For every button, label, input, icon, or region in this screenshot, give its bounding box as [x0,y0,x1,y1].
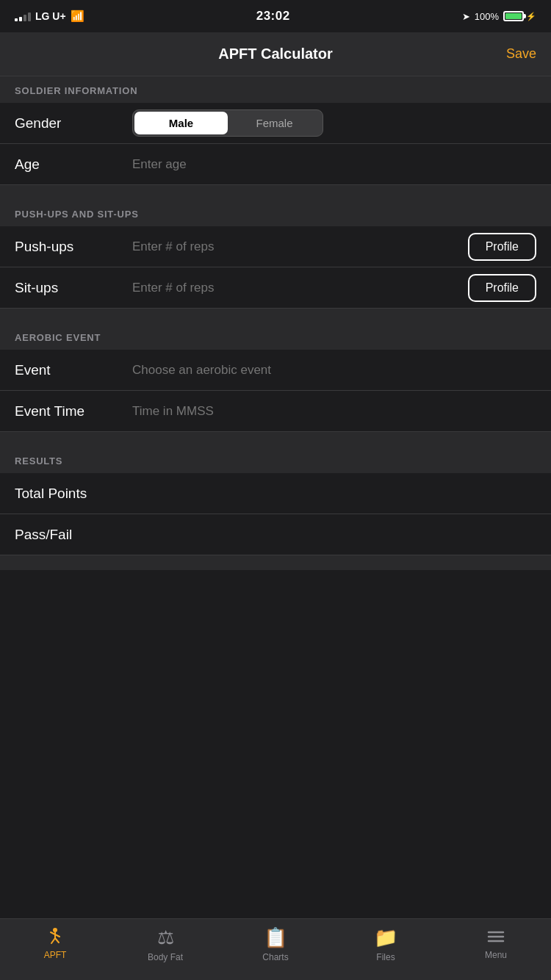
situps-profile-button[interactable]: Profile [468,274,536,302]
pushups-situps-label: PUSH-UPS AND SIT-UPS [15,209,139,220]
time-label: 23:02 [256,9,290,24]
pushups-situps-section-header: PUSH-UPS AND SIT-UPS [0,200,551,226]
signal-icon [15,11,31,21]
location-icon: ➤ [462,11,470,22]
tab-files-label: Files [376,952,395,962]
age-row: Age [0,144,551,185]
gender-segment: Male Female [132,109,536,137]
soldier-info-section-header: SOLDIER INFORMATION [0,76,551,103]
battery-icon: ⚡ [503,11,536,21]
tab-files[interactable]: 📁 Files [331,926,441,962]
lightning-icon: ⚡ [526,12,536,21]
tab-bar: APFT ⚖ Body Fat 📋 Charts 📁 Files Menu [0,918,551,980]
wifi-icon: 📶 [71,10,84,23]
results-section-header: RESULTS [0,447,551,473]
section-gap-4 [0,555,551,570]
battery-percent: 100% [475,11,499,22]
age-label: Age [15,156,132,173]
section-gap-3 [0,432,551,447]
pass-fail-label: Pass/Fail [15,527,132,543]
tab-body-fat[interactable]: ⚖ Body Fat [110,926,220,962]
event-time-label: Event Time [15,403,132,419]
menu-icon [486,926,506,947]
status-bar: LG U+ 📶 23:02 ➤ 100% ⚡ [0,0,551,32]
status-left: LG U+ 📶 [15,10,84,23]
gender-row: Gender Male Female [0,103,551,144]
pass-fail-row: Pass/Fail [0,514,551,555]
tab-charts-label: Charts [262,952,288,962]
total-points-label: Total Points [15,486,132,502]
tab-body-fat-label: Body Fat [148,952,183,962]
gender-segment-control[interactable]: Male Female [132,109,323,137]
aerobic-label: AEROBIC EVENT [15,332,101,343]
tab-menu-label: Menu [485,950,507,960]
soldier-info-label: SOLDIER INFORMATION [15,85,137,96]
nav-header: APFT Calculator Save [0,32,551,76]
results-label: RESULTS [15,455,62,466]
event-time-row: Event Time [0,391,551,432]
aerobic-section-header: AEROBIC EVENT [0,323,551,350]
gender-label: Gender [15,115,132,131]
situps-label: Sit-ups [15,280,132,296]
pushups-input[interactable] [132,239,461,254]
tab-menu[interactable]: Menu [441,926,551,960]
status-right: ➤ 100% ⚡ [462,11,536,22]
event-input[interactable] [132,363,536,378]
section-gap-2 [0,309,551,323]
event-label: Event [15,362,132,378]
svg-line-4 [51,938,55,943]
event-row: Event [0,350,551,391]
files-icon: 📁 [374,926,397,949]
body-fat-icon: ⚖ [157,926,174,949]
situps-input[interactable] [132,281,461,295]
gender-female-button[interactable]: Female [228,112,321,134]
tab-apft-label: APFT [44,950,67,960]
save-button[interactable]: Save [506,46,536,62]
carrier-label: LG U+ [35,10,66,22]
tab-apft[interactable]: APFT [0,926,110,960]
pushups-profile-button[interactable]: Profile [468,233,536,261]
page-title: APFT Calculator [218,46,333,62]
total-points-row: Total Points [0,473,551,514]
apft-icon [45,926,65,947]
pushups-label: Push-ups [15,239,132,255]
svg-line-5 [55,938,59,943]
situps-row: Sit-ups Profile [0,267,551,309]
event-time-input[interactable] [132,404,536,419]
pushups-row: Push-ups Profile [0,226,551,267]
charts-icon: 📋 [264,926,287,949]
section-gap-1 [0,185,551,200]
tab-charts[interactable]: 📋 Charts [220,926,331,962]
gender-male-button[interactable]: Male [134,112,228,134]
age-input[interactable] [132,157,536,172]
